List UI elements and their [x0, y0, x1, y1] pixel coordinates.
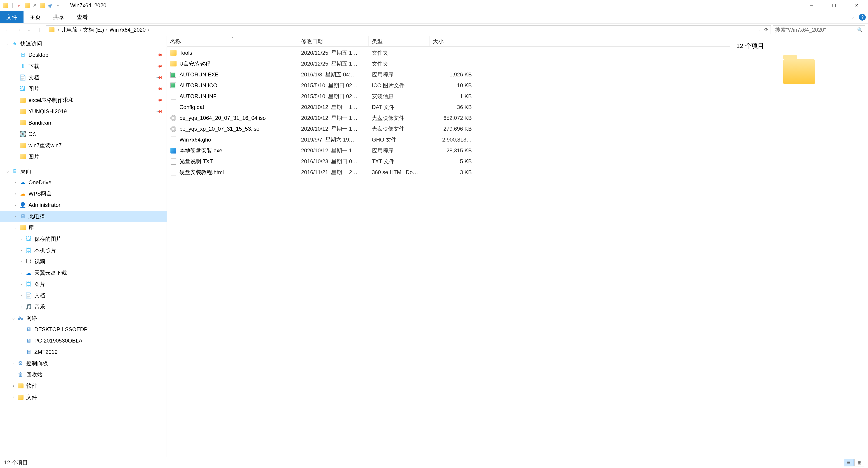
tree-network-item[interactable]: 🖥DESKTOP-LSSOEDP — [0, 324, 166, 335]
file-row[interactable]: 本地硬盘安装.exe2020/10/12, 星期一 1…应用程序28,315 K… — [167, 145, 730, 156]
file-name: 本地硬盘安装.exe — [180, 147, 222, 154]
up-button[interactable]: ↑ — [35, 25, 44, 34]
refresh-button[interactable]: ⟳ — [762, 27, 768, 33]
file-name-cell: 光盘说明.TXT — [167, 158, 298, 165]
tree-desktop-item[interactable]: ›☁OneDrive — [0, 177, 166, 188]
file-type-cell: 光盘映像文件 — [369, 125, 430, 132]
column-name[interactable]: 名称▴ — [167, 36, 298, 46]
column-type[interactable]: 类型 — [369, 36, 430, 46]
tree-quick-item[interactable]: excel表格制作求和📌 — [0, 94, 166, 106]
file-type-cell: 360 se HTML Do… — [369, 169, 430, 176]
file-row[interactable]: Win7x64.gho2019/9/7, 星期六 19:…GHO 文件2,900… — [167, 134, 730, 145]
back-button[interactable]: ← — [3, 25, 12, 34]
chevron-right-icon[interactable]: › — [105, 27, 108, 33]
status-text: 12 个项目 — [4, 459, 28, 466]
tree-lib-item[interactable]: ›🖼图片 — [0, 279, 166, 290]
tree-recycle-bin[interactable]: 🗑回收站 — [0, 369, 166, 380]
file-list[interactable]: Tools2020/12/25, 星期五 1…文件夹U盘安装教程2020/12/… — [167, 46, 730, 457]
tree-desktop-item[interactable]: ›🖥此电脑 — [0, 211, 166, 222]
tree-lib-item[interactable]: ›🖼保存的图片 — [0, 233, 166, 245]
tree-quick-item[interactable]: ⬇下载📌 — [0, 61, 166, 72]
help-button[interactable]: ? — [859, 14, 866, 21]
search-icon[interactable]: 🔍 — [857, 27, 863, 33]
file-icon — [170, 71, 177, 78]
search-input[interactable]: 搜索"Win7x64_2020" 🔍 — [773, 25, 865, 34]
breadcrumb[interactable]: › 此电脑› 文档 (E:)› Win7x64_2020› ⌵ ⟳ — [46, 25, 771, 34]
tab-share[interactable]: 共享 — [47, 11, 70, 23]
maximize-button[interactable]: ☐ — [823, 0, 845, 11]
tree-quick-item[interactable]: Bandicam — [0, 117, 166, 128]
file-row[interactable]: pe_yqs_xp_20_07_31_15_53.iso2020/10/12, … — [167, 123, 730, 134]
breadcrumb-seg-2[interactable]: Win7x64_2020› — [110, 27, 150, 33]
file-date-cell: 2016/1/8, 星期五 04:… — [298, 71, 369, 78]
tab-file[interactable]: 文件 — [0, 11, 24, 23]
tree-lib-item[interactable]: ›🎞视频 — [0, 256, 166, 267]
tree-files[interactable]: ›文件 — [0, 392, 166, 403]
minimize-button[interactable]: ─ — [800, 0, 823, 11]
file-row[interactable]: AUTORUN.EXE2016/1/8, 星期五 04:…应用程序1,926 K… — [167, 69, 730, 80]
ribbon-expand-icon[interactable]: ⌵ — [849, 14, 856, 21]
tree-network-item[interactable]: 🖥PC-20190530OBLA — [0, 335, 166, 346]
tab-home[interactable]: 主页 — [24, 11, 47, 23]
file-icon — [170, 115, 177, 121]
tab-view[interactable]: 查看 — [70, 11, 94, 23]
tree-quick-item[interactable]: 🖥Desktop📌 — [0, 49, 166, 61]
qat-dropdown-icon[interactable]: ▾ — [55, 2, 61, 8]
recent-dropdown-icon[interactable]: ⌵ — [24, 25, 33, 34]
tree-network-item[interactable]: 🖥ZMT2019 — [0, 346, 166, 358]
file-date-cell: 2016/10/23, 星期日 0… — [298, 158, 369, 165]
qat-folder2-icon[interactable] — [39, 2, 46, 8]
column-date[interactable]: 修改日期 — [298, 36, 369, 46]
tree-lib-item[interactable]: ›🖼本机照片 — [0, 245, 166, 256]
breadcrumb-seg-1[interactable]: 文档 (E:)› — [83, 26, 108, 33]
column-label: 名称 — [170, 38, 181, 45]
tree-lib-item[interactable]: ›📄文档 — [0, 290, 166, 301]
tree-item-label: 库 — [29, 224, 34, 231]
column-size[interactable]: 大小 — [430, 36, 475, 46]
tree-lib-item[interactable]: ›☁天翼云盘下载 — [0, 267, 166, 279]
file-name-cell: AUTORUN.EXE — [167, 71, 298, 78]
breadcrumb-seg-0[interactable]: 此电脑› — [61, 26, 82, 33]
tree-desktop[interactable]: ⌵🖥桌面 — [0, 165, 166, 177]
file-row[interactable]: AUTORUN.INF2015/5/10, 星期日 02…安装信息1 KB — [167, 91, 730, 102]
qat-close-icon[interactable]: ✕ — [32, 2, 38, 8]
tree-lib-item[interactable]: ›🎵音乐 — [0, 301, 166, 312]
tree-quick-item[interactable]: win7重装win7 — [0, 140, 166, 151]
chevron-right-icon[interactable]: › — [57, 27, 60, 33]
tree-quick-item[interactable]: 💽G:\ — [0, 128, 166, 140]
tree-quick-item[interactable]: YUNQISHI2019📌 — [0, 106, 166, 117]
file-row[interactable]: Tools2020/12/25, 星期五 1…文件夹 — [167, 48, 730, 58]
qat-disc-icon[interactable]: ◉ — [47, 2, 53, 8]
view-icons-button[interactable]: ▦ — [855, 459, 864, 466]
file-row[interactable]: AUTORUN.ICO2015/5/10, 星期日 02…ICO 图片文件10 … — [167, 80, 730, 91]
file-row[interactable]: 硬盘安装教程.html2016/11/21, 星期一 2…360 se HTML… — [167, 167, 730, 178]
chevron-right-icon[interactable]: › — [147, 27, 150, 33]
close-button[interactable]: ✕ — [845, 0, 868, 11]
navigation-pane[interactable]: ⌵★快速访问 🖥Desktop📌⬇下载📌📄文档📌🖼图片📌excel表格制作求和📌… — [0, 36, 167, 457]
tree-control-panel[interactable]: ›⚙控制面板 — [0, 358, 166, 369]
tree-desktop-item[interactable]: ›👤Administrator — [0, 199, 166, 211]
file-size-cell: 1,926 KB — [430, 71, 475, 78]
file-row[interactable]: Config.dat2020/10/12, 星期一 1…DAT 文件36 KB — [167, 102, 730, 113]
tree-quick-item[interactable]: 图片 — [0, 151, 166, 162]
tree-quick-item[interactable]: 🖼图片📌 — [0, 83, 166, 94]
qat-checkmark-icon[interactable]: ✓ — [16, 2, 23, 8]
tree-item-label: OneDrive — [29, 179, 51, 186]
tree-desktop-item[interactable]: ⌵库 — [0, 222, 166, 233]
file-row[interactable]: U盘安装教程2020/12/25, 星期五 1…文件夹 — [167, 58, 730, 69]
tree-software[interactable]: ›软件 — [0, 380, 166, 392]
address-dropdown-icon[interactable]: ⌵ — [758, 28, 761, 32]
file-row[interactable]: 光盘说明.TXT2016/10/23, 星期日 0…TXT 文件5 KB — [167, 156, 730, 167]
tree-network[interactable]: ⌵🖧网络 — [0, 312, 166, 324]
qat-folder-icon[interactable] — [24, 2, 30, 8]
view-details-button[interactable]: ☰ — [844, 459, 854, 466]
tree-item-icon — [20, 154, 26, 159]
file-row[interactable]: pe_yqs_1064_20_07_31_16_04.iso2020/10/12… — [167, 113, 730, 123]
file-name: 硬盘安装教程.html — [180, 169, 224, 176]
forward-button[interactable]: → — [13, 25, 23, 34]
tree-desktop-item[interactable]: ›☁WPS网盘 — [0, 188, 166, 199]
tree-quick-item[interactable]: 📄文档📌 — [0, 72, 166, 83]
breadcrumb-label: 此电脑 — [61, 26, 78, 33]
chevron-right-icon[interactable]: › — [79, 27, 82, 33]
tree-quick-access[interactable]: ⌵★快速访问 — [0, 38, 166, 49]
